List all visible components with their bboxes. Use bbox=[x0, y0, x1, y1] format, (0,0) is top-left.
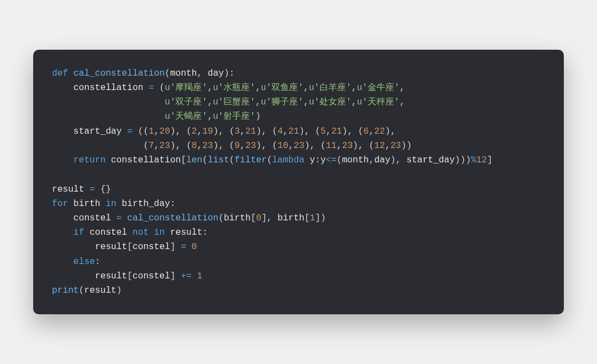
code-token: )) bbox=[401, 141, 412, 151]
code-token: ))) bbox=[455, 155, 471, 165]
code-token: constellation bbox=[111, 155, 181, 165]
code-token: , bbox=[255, 83, 261, 93]
code-line: print(result) bbox=[52, 286, 122, 296]
code-token: birth bbox=[74, 199, 106, 209]
code-token: 23 bbox=[159, 141, 170, 151]
code-token: , bbox=[283, 126, 289, 136]
code-token: , bbox=[207, 112, 213, 122]
code-token: , bbox=[255, 97, 261, 107]
code-token bbox=[122, 213, 127, 223]
code-token: u'处女座' bbox=[309, 97, 352, 107]
code-token: constel bbox=[90, 228, 133, 238]
code-token: 23 bbox=[342, 141, 353, 151]
code-token: , bbox=[337, 141, 342, 151]
code-token: ( bbox=[202, 155, 208, 165]
code-token: = bbox=[181, 242, 186, 252]
code-token: , bbox=[240, 141, 245, 151]
code-token: ( bbox=[154, 83, 165, 93]
code-token: [ bbox=[305, 213, 310, 223]
code-token: 9 bbox=[234, 141, 240, 151]
code-token: if bbox=[52, 228, 90, 238]
code-token: ), ( bbox=[170, 126, 192, 136]
code-token: return bbox=[52, 155, 111, 165]
code-token: [ bbox=[181, 155, 186, 165]
code-token: constel bbox=[133, 271, 170, 281]
code-line: (7,23), (8,23), (9,23), (10,23), (11,23)… bbox=[52, 141, 412, 151]
code-token: 0 bbox=[192, 242, 197, 252]
code-token: 22 bbox=[374, 126, 385, 136]
code-token: : bbox=[202, 228, 208, 238]
code-token: ), ( bbox=[213, 126, 234, 136]
code-token: in bbox=[106, 199, 122, 209]
code-token: constel bbox=[133, 242, 170, 252]
code-token: 1 bbox=[149, 126, 154, 136]
code-token: ) bbox=[117, 286, 122, 296]
code-token: ], bbox=[261, 213, 277, 223]
code-token: birth bbox=[224, 213, 251, 223]
code-token: , bbox=[385, 141, 390, 151]
code-line: if constel not in result: bbox=[52, 228, 208, 238]
code-token: , bbox=[326, 126, 332, 136]
code-token: result bbox=[170, 228, 202, 238]
code-token: 19 bbox=[202, 126, 213, 136]
code-token: ), ( bbox=[305, 141, 326, 151]
code-token: ( bbox=[229, 155, 235, 165]
code-token: 23 bbox=[390, 141, 401, 151]
code-token: 5 bbox=[321, 126, 326, 136]
code-token: = bbox=[127, 126, 133, 136]
code-token: % bbox=[471, 155, 476, 165]
code-token: ( bbox=[337, 155, 342, 165]
code-line: start_day = ((1,20), (2,19), (3,21), (4,… bbox=[52, 126, 396, 136]
code-token: cal_constellation bbox=[127, 213, 218, 223]
code-token: [ bbox=[250, 213, 256, 223]
code-line: result[constel] = 0 bbox=[52, 242, 197, 252]
code-token: else bbox=[52, 257, 95, 267]
code-token: 10 bbox=[277, 141, 288, 151]
code-token: , bbox=[240, 126, 245, 136]
code-token: birth bbox=[277, 213, 305, 223]
code-block: def cal_constellation(month, day): const… bbox=[52, 66, 545, 298]
code-token: ), ( bbox=[342, 126, 364, 136]
code-token: month bbox=[170, 68, 197, 78]
code-token: [ bbox=[127, 271, 133, 281]
code-token: 21 bbox=[289, 126, 299, 136]
code-token: , bbox=[352, 97, 357, 107]
code-token: = bbox=[90, 184, 95, 194]
code-token: ( bbox=[218, 213, 224, 223]
code-token: birth_day bbox=[122, 199, 170, 209]
code-token: 21 bbox=[331, 126, 342, 136]
code-token: , bbox=[400, 83, 405, 93]
code-token: 23 bbox=[202, 141, 213, 151]
code-token bbox=[192, 271, 197, 281]
code-token: 3 bbox=[234, 126, 240, 136]
code-token: , bbox=[289, 141, 294, 151]
code-token: 12 bbox=[374, 141, 385, 151]
code-token: result bbox=[52, 242, 127, 252]
code-token: 0 bbox=[256, 213, 261, 223]
code-token: , bbox=[369, 155, 374, 165]
code-token: list bbox=[208, 155, 229, 165]
code-token: ), bbox=[390, 155, 406, 165]
code-token: len bbox=[186, 155, 202, 165]
code-token: filter bbox=[234, 155, 266, 165]
code-line: u'天蝎座',u'射手座') bbox=[52, 112, 261, 122]
code-token: 23 bbox=[294, 141, 304, 151]
code-token: ), ( bbox=[353, 141, 374, 151]
code-token: u'狮子座' bbox=[261, 97, 303, 107]
code-token: constellation bbox=[52, 83, 149, 93]
code-token: u'水瓶座' bbox=[213, 83, 255, 93]
code-line: else: bbox=[52, 257, 100, 267]
code-token: lambda bbox=[272, 155, 310, 165]
code-token: : bbox=[95, 257, 101, 267]
code-token bbox=[52, 97, 165, 107]
code-token: print bbox=[52, 286, 79, 296]
code-token: ( bbox=[52, 141, 149, 151]
code-token: ] bbox=[170, 271, 181, 281]
code-token: , bbox=[154, 141, 160, 151]
code-token: += bbox=[181, 271, 191, 281]
code-line: result[constel] += 1 bbox=[52, 271, 202, 281]
code-token: , bbox=[303, 97, 309, 107]
code-token: result bbox=[52, 184, 90, 194]
code-token: ), bbox=[385, 126, 395, 136]
code-token: (( bbox=[133, 126, 149, 136]
